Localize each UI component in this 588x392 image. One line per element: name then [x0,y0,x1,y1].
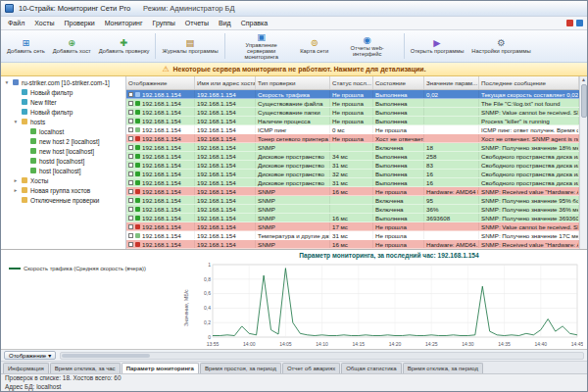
column-header-1[interactable]: Имя или адрес хоста [195,76,256,89]
folder-icon [22,177,27,183]
row-checkbox[interactable] [128,224,133,229]
column-header-5[interactable]: Значение парам... [424,76,479,89]
table-row[interactable]: 192.168.1.154192.168.1.154SNMP16 мсВыпол… [126,214,579,222]
column-header-3[interactable]: Статус посл... [330,76,373,89]
table-row[interactable]: 192.168.1.154192.168.1.154Температура и … [126,231,579,240]
tree-item-8[interactable]: hostd [localhost] [1,156,125,166]
tab-2[interactable]: Параметр мониторинга [122,363,199,373]
table-row[interactable]: 192.168.1.154192.168.1.154SNMPВключена18… [126,143,579,152]
menu-item-1[interactable]: Хосты [29,20,59,26]
tab-1[interactable]: Время отклика, за час [50,363,121,373]
row-checkbox[interactable] [128,207,133,212]
table-row[interactable]: 192.168.1.154192.168.1.154Существование … [126,108,579,117]
menu-item-4[interactable]: Группы [148,20,180,26]
row-checkbox[interactable] [128,145,133,150]
row-checkbox[interactable] [128,198,133,203]
row-checkbox[interactable] [128,189,133,194]
toolbar-button-2[interactable]: ✚Добавить проверку [95,31,154,61]
row-checkbox[interactable] [128,136,133,141]
tree-item-1[interactable]: Новый фильтр [1,87,125,97]
toolbar-button-3[interactable]: ▤Журналы программы [158,31,221,61]
table-row[interactable]: 192.168.1.154192.168.1.154SNMP16 мсНе пр… [126,240,579,249]
table-body: 192.168.1.154192.168.1.154Скорость трафи… [126,90,579,249]
chart-horizontal-scrollbar[interactable] [60,352,584,360]
info-indicator-icon[interactable] [576,20,583,26]
tree-expander-icon[interactable]: ▾ [4,79,10,85]
table-row[interactable]: 192.168.1.154192.168.1.154SNMP17 мсНе пр… [126,222,579,231]
tree-item-4[interactable]: ▾hosts [1,117,125,126]
row-checkbox[interactable] [128,154,133,159]
scrollbar-thumb[interactable] [581,84,587,118]
tree-item-5[interactable]: localhost [1,126,125,136]
display-options-button[interactable]: Отображение ▾ [4,351,56,360]
column-header-0[interactable]: Отображение [126,76,195,89]
tree-item-3[interactable]: Новый фильтр [1,107,125,117]
menu-item-2[interactable]: Проверки [59,20,99,26]
menu-item-7[interactable]: Справка [236,20,272,26]
tab-6[interactable]: Время отклика, за период [403,363,483,373]
table-row[interactable]: 192.168.1.154192.168.1.154SNMPВключена36… [126,205,579,214]
row-host: 192.168.1.154 [195,99,256,107]
row-display-name: 192.168.1.154 [142,126,181,133]
tab-3[interactable]: Время простоя, за период [200,363,281,373]
menu-item-6[interactable]: Вид [214,20,236,26]
toolbar-button-6[interactable]: ◉Отчеты web-интерфейс [333,31,402,61]
toolbar-button-7[interactable]: ▶Открыть программы [407,31,468,61]
row-checkbox[interactable] [128,110,133,115]
row-checkbox[interactable] [128,163,133,168]
hscrollbar-thumb[interactable] [62,354,150,358]
warning-text: Некоторые сервера мониторинга не работаю… [173,66,426,73]
row-status: Не прошла [330,99,373,107]
menu-item-0[interactable]: Файл [3,20,29,26]
tree-item-11[interactable]: ▸Новая группа хостов [1,185,125,195]
alert-indicator-icon[interactable] [566,20,573,26]
table-vertical-scrollbar[interactable]: ▲ [579,76,587,249]
table-row[interactable]: 192.168.1.154192.168.1.154Дисковое прост… [126,178,579,187]
tree-expander-icon[interactable]: ▾ [13,119,19,124]
tree-item-2[interactable]: New filter [1,97,125,107]
row-checkbox[interactable] [128,127,133,132]
toolbar-button-0[interactable]: ⊞Добавить сеть [3,31,49,61]
column-header-2[interactable]: Тип проверки [256,76,330,89]
row-checkbox[interactable] [128,119,133,123]
tab-0[interactable]: Информация [3,363,49,373]
row-checkbox[interactable] [128,242,133,247]
tree-item-label: Отключенные проверки [30,197,99,204]
warning-bar[interactable]: ⚠ Некоторые сервера мониторинга не работ… [1,63,587,76]
tree-expander-icon[interactable]: ▸ [13,187,19,193]
column-header-6[interactable]: Последнее сообщение [479,76,579,89]
table-row[interactable]: 192.168.1.154192.168.1.154Дисковое прост… [126,152,579,161]
table-row[interactable]: 192.168.1.154192.168.1.154Дисковое прост… [126,161,579,170]
row-checkbox[interactable] [128,233,133,238]
toolbar-button-4[interactable]: ▣Управление серверами мониторинга [227,31,296,61]
table-row[interactable]: 192.168.1.154192.168.1.154Дисковое прост… [126,170,579,178]
table-row[interactable]: 192.168.1.154192.168.1.154ICMP пинг0 мсН… [126,125,579,134]
table-row[interactable]: 192.168.1.154192.168.1.154Существование … [126,99,579,108]
tree-item-6[interactable]: new host 2 [localhost] [1,136,125,146]
row-checkbox[interactable] [128,216,133,220]
table-row[interactable]: 192.168.1.154192.168.1.154SNMPВключена95… [126,196,579,205]
tree-item-7[interactable]: new host [localhost] [1,146,125,156]
row-checkbox[interactable] [128,172,133,176]
menu-item-3[interactable]: Мониторинг [100,20,148,26]
toolbar-button-8[interactable]: ⚙Настройки программы [467,31,534,61]
tree-item-9[interactable]: host [localhost] [1,166,125,175]
row-checkbox[interactable] [128,180,133,185]
tree-item-10[interactable]: ▸Хосты [1,175,125,185]
scroll-up-icon[interactable]: ▲ [581,76,586,82]
row-checkbox[interactable] [128,101,133,106]
table-row[interactable]: 192.168.1.154192.168.1.154Скорость трафи… [126,90,579,99]
column-header-4[interactable]: Состояние [373,76,424,89]
toolbar-button-1[interactable]: ⊕Добавить хост [49,31,95,61]
tree-expander-icon[interactable]: ▸ [13,177,19,183]
tab-5[interactable]: Общая статистика [341,363,401,373]
table-row[interactable]: 192.168.1.154192.168.1.154Наличие процес… [126,117,579,125]
table-row[interactable]: 192.168.1.154192.168.1.154Тонер сетевого… [126,134,579,143]
menu-item-5[interactable]: Отчеты [180,20,214,26]
toolbar-button-5[interactable]: ⊚Карта сети [296,31,333,61]
tree-item-0[interactable]: ▾ru-striker.com [10-striker.com-1] [1,77,125,87]
table-row[interactable]: 192.168.1.154192.168.1.154SNMP16 мсНе пр… [126,187,579,196]
tree-item-12[interactable]: Отключенные проверки [1,195,125,205]
row-checkbox[interactable] [128,92,133,97]
tab-4[interactable]: Отчет об авариях [282,363,340,373]
